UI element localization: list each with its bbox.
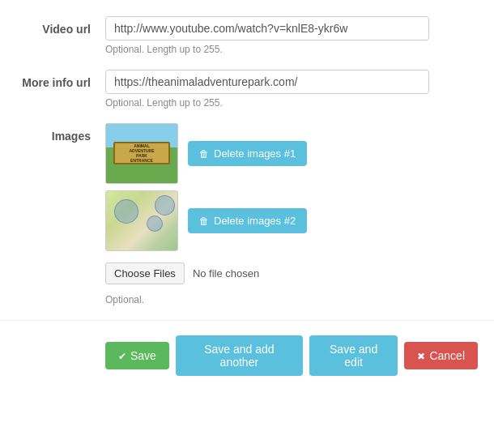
image-row-1: ANIMALADVENTUREPARKENTRANCE Delete image… [105, 123, 478, 184]
map-circle-1 [114, 199, 138, 224]
cancel-button[interactable]: Cancel [404, 342, 478, 369]
image-thumb-2 [105, 190, 178, 251]
image-row-2: Delete images #2 [105, 190, 478, 251]
more-info-url-hint: Optional. Length up to 255. [105, 97, 478, 109]
save-add-another-button[interactable]: Save and add another [176, 335, 303, 376]
choose-files-button[interactable]: Choose Files [105, 262, 185, 284]
delete-images-1-button[interactable]: Delete images #1 [188, 141, 307, 166]
cancel-label: Cancel [429, 349, 465, 362]
images-row: Images ANIMALADVENTUREPARKENTRANCE Delet… [0, 123, 494, 305]
save-edit-label: Save and edit [330, 343, 377, 369]
images-label: Images [16, 123, 105, 143]
save-button[interactable]: Save [105, 342, 169, 369]
delete-images-1-label: Delete images #1 [214, 147, 296, 160]
save-edit-button[interactable]: Save and edit [309, 335, 398, 376]
choose-files-label: Choose Files [114, 267, 176, 279]
trash-icon-2 [199, 215, 209, 227]
more-info-url-field: Optional. Length up to 255. [105, 70, 478, 109]
no-file-text: No file chosen [193, 267, 259, 279]
footer-row: Save Save and add another Save and edit … [0, 320, 494, 376]
save-label: Save [130, 349, 156, 362]
video-url-field: Optional. Length up to 255. [105, 16, 478, 55]
video-url-row: Video url Optional. Length up to 255. [0, 16, 494, 55]
video-url-label: Video url [16, 16, 105, 36]
file-input-row: Choose Files No file chosen [105, 262, 478, 284]
save-check-icon [118, 349, 126, 362]
more-info-url-row: More info url Optional. Length up to 255… [0, 70, 494, 109]
video-url-hint: Optional. Length up to 255. [105, 44, 478, 55]
images-container: ANIMALADVENTUREPARKENTRANCE Delete image… [105, 123, 478, 305]
trash-icon-1 [199, 147, 209, 160]
more-info-url-input[interactable] [105, 70, 429, 94]
map-circle-3 [155, 195, 175, 215]
map-circle-2 [147, 215, 163, 232]
save-add-another-label: Save and add another [204, 343, 274, 369]
delete-images-2-label: Delete images #2 [214, 215, 296, 227]
image-thumb-1: ANIMALADVENTUREPARKENTRANCE [105, 123, 178, 184]
delete-images-2-button[interactable]: Delete images #2 [188, 208, 307, 233]
cancel-x-icon [417, 349, 425, 362]
more-info-url-label: More info url [16, 70, 105, 89]
images-field: ANIMALADVENTUREPARKENTRANCE Delete image… [105, 123, 478, 305]
images-hint: Optional. [105, 294, 478, 305]
video-url-input[interactable] [105, 16, 429, 41]
image1-sign-text: ANIMALADVENTUREPARKENTRANCE [129, 143, 154, 163]
